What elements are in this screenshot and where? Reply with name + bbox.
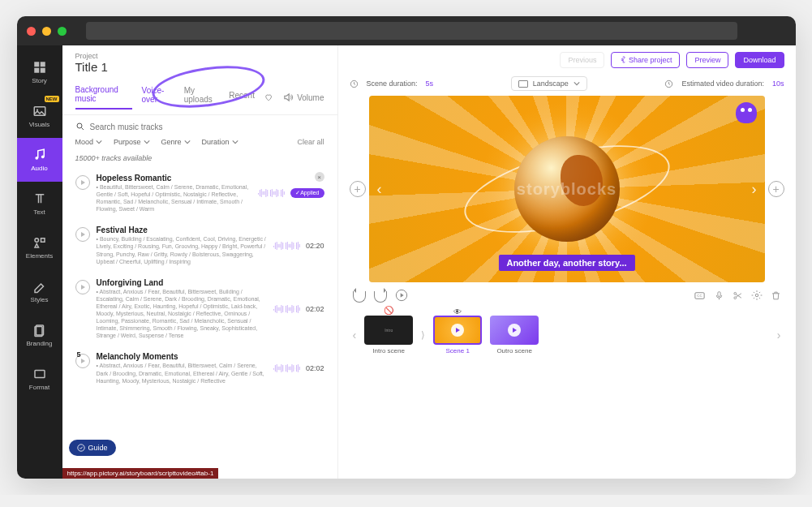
close-window-button[interactable] bbox=[27, 27, 36, 36]
download-button[interactable]: Download bbox=[735, 52, 784, 68]
play-track-button[interactable] bbox=[75, 227, 90, 242]
sidenav-branding[interactable]: Branding bbox=[17, 313, 62, 357]
track-row[interactable]: 5Melancholy Moments• Abstract, Anxious /… bbox=[69, 347, 331, 392]
url-hint: https://app.pictory.ai/storyboard/script… bbox=[62, 468, 219, 479]
visibility-off-icon[interactable]: 🚫 bbox=[384, 306, 393, 315]
svg-rect-16 bbox=[261, 189, 262, 197]
filter-genre[interactable]: Genre bbox=[161, 138, 191, 146]
previous-button[interactable]: Previous bbox=[560, 52, 604, 68]
search-row bbox=[62, 115, 337, 138]
svg-rect-15 bbox=[260, 190, 260, 196]
clear-filters[interactable]: Clear all bbox=[297, 138, 324, 146]
sidenav-elements[interactable]: Elements bbox=[17, 226, 62, 269]
guide-button[interactable]: Guide bbox=[69, 440, 116, 456]
heart-icon[interactable] bbox=[264, 92, 273, 102]
thumb-scene-1[interactable]: 👁 bbox=[433, 316, 482, 345]
trash-icon bbox=[771, 290, 781, 301]
settings-button[interactable] bbox=[751, 290, 763, 303]
meta-row: Scene duration: 5s Landscape Estimated v… bbox=[350, 76, 784, 91]
play-track-button[interactable] bbox=[75, 280, 90, 294]
prev-scene-arrow[interactable]: ‹ bbox=[372, 179, 387, 199]
redo-button[interactable] bbox=[374, 291, 387, 303]
aspect-label: Landscape bbox=[533, 79, 569, 88]
clock-icon bbox=[664, 79, 673, 88]
add-scene-before[interactable]: + bbox=[350, 181, 366, 197]
track-tags: • Bouncy, Building / Escalating, Confide… bbox=[97, 235, 267, 264]
track-title: Festival Haze bbox=[97, 226, 267, 234]
tab-my-uploads[interactable]: My uploads bbox=[184, 86, 220, 109]
url-bar[interactable] bbox=[86, 22, 737, 40]
sidenav-text[interactable]: Text bbox=[17, 182, 62, 226]
sidenav-styles[interactable]: Styles bbox=[17, 269, 62, 313]
track-duration: 02:20 bbox=[306, 242, 324, 250]
svg-point-86 bbox=[77, 445, 84, 451]
delete-button[interactable] bbox=[771, 290, 781, 303]
tab-background-music[interactable]: Background music bbox=[75, 85, 132, 110]
filter-mood[interactable]: Mood bbox=[75, 138, 103, 146]
add-scene-after[interactable]: + bbox=[768, 181, 784, 197]
svg-rect-58 bbox=[286, 306, 286, 312]
scenes-prev[interactable]: ‹ bbox=[353, 329, 357, 342]
minimize-window-button[interactable] bbox=[42, 27, 51, 36]
filter-purpose[interactable]: Purpose bbox=[114, 138, 150, 146]
check-icon bbox=[77, 444, 85, 452]
search-input[interactable] bbox=[90, 122, 324, 131]
svg-rect-45 bbox=[293, 243, 294, 249]
cc-icon: CC bbox=[694, 290, 706, 302]
scene-outro[interactable]: Outro scene bbox=[490, 316, 539, 354]
close-icon[interactable]: × bbox=[315, 172, 324, 182]
svg-rect-32 bbox=[273, 246, 274, 247]
scene-intro[interactable]: 🚫 Intro Intro scene bbox=[364, 316, 413, 354]
sidenav-audio[interactable]: Audio bbox=[17, 138, 62, 182]
svg-rect-68 bbox=[273, 368, 274, 370]
maximize-window-button[interactable] bbox=[58, 27, 67, 36]
aspect-dropdown[interactable]: Landscape bbox=[511, 76, 587, 91]
project-title[interactable]: Title 1 bbox=[75, 60, 324, 74]
svg-text:CC: CC bbox=[697, 294, 702, 298]
sidenav-format[interactable]: Format bbox=[17, 357, 62, 401]
scene-1[interactable]: 👁 Scene 1 bbox=[433, 316, 482, 354]
svg-rect-37 bbox=[281, 242, 281, 250]
octopus-logo bbox=[736, 102, 757, 123]
svg-rect-76 bbox=[286, 365, 286, 372]
filter-duration[interactable]: Duration bbox=[202, 138, 238, 146]
svg-rect-48 bbox=[298, 242, 299, 250]
track-row[interactable]: Unforgiving Land• Abstract, Anxious / Fe… bbox=[69, 273, 331, 348]
tab-recent[interactable]: Recent bbox=[229, 91, 255, 105]
cut-button[interactable] bbox=[733, 290, 743, 303]
svg-rect-3 bbox=[40, 68, 45, 73]
scene-duration-value[interactable]: 5s bbox=[426, 79, 434, 88]
svg-rect-33 bbox=[275, 243, 276, 249]
share-icon bbox=[619, 56, 626, 63]
visibility-on-icon[interactable]: 👁 bbox=[453, 307, 462, 316]
video-preview[interactable]: storyblocks Another day, another story..… bbox=[369, 96, 765, 282]
volume-control[interactable]: Volume bbox=[282, 92, 324, 103]
tab-voice-over[interactable]: Voice-over bbox=[142, 86, 174, 109]
landscape-icon bbox=[518, 80, 528, 88]
svg-rect-20 bbox=[267, 190, 268, 196]
sidenav-visuals[interactable]: NEW Visuals bbox=[17, 94, 62, 138]
thumb-intro[interactable]: 🚫 Intro bbox=[364, 316, 413, 345]
next-scene-arrow[interactable]: › bbox=[747, 179, 762, 199]
thumb-outro[interactable] bbox=[490, 316, 539, 345]
scenes-next[interactable]: › bbox=[777, 329, 781, 342]
svg-rect-66 bbox=[298, 305, 299, 313]
play-button[interactable] bbox=[395, 289, 408, 304]
svg-rect-34 bbox=[277, 242, 277, 250]
sidenav-label: Audio bbox=[31, 165, 47, 172]
cc-button[interactable]: CC bbox=[694, 290, 706, 304]
svg-rect-78 bbox=[289, 367, 290, 370]
new-badge: NEW bbox=[45, 96, 59, 102]
mic-button[interactable] bbox=[714, 290, 724, 303]
app-window: Story NEW Visuals Audio Text Elements bbox=[17, 16, 796, 479]
svg-rect-56 bbox=[282, 306, 283, 312]
svg-point-13 bbox=[77, 123, 82, 128]
share-button[interactable]: Share project bbox=[611, 52, 680, 68]
sidenav-story[interactable]: Story bbox=[17, 50, 62, 94]
undo-button[interactable] bbox=[353, 291, 366, 303]
track-row[interactable]: ×Hopeless Romantic• Beautiful, Bitterswe… bbox=[69, 169, 331, 221]
play-track-button[interactable] bbox=[75, 175, 90, 190]
caption-text[interactable]: Another day, another story... bbox=[498, 255, 634, 271]
track-row[interactable]: Festival Haze• Bouncy, Building / Escala… bbox=[69, 221, 331, 273]
preview-button[interactable]: Preview bbox=[686, 52, 728, 68]
